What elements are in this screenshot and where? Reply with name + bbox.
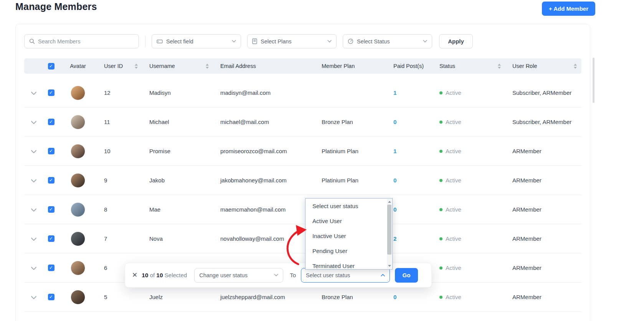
scroll-up-icon[interactable] <box>388 201 391 203</box>
chevron-down-icon[interactable] <box>31 149 36 154</box>
user-role-cell: ARMember <box>505 265 581 271</box>
apply-button[interactable]: Apply <box>439 34 473 48</box>
row-checkbox[interactable]: ✓ <box>48 148 54 154</box>
chevron-down-icon[interactable] <box>31 91 36 95</box>
email-cell: promiseorozco@mail.com <box>213 148 315 154</box>
username-cell: Promise <box>142 148 213 154</box>
row-checkbox[interactable]: ✓ <box>48 294 54 300</box>
user-role-cell: Subscriber, ARMember <box>505 119 581 125</box>
row-checkbox[interactable]: ✓ <box>48 119 54 125</box>
row-checkbox[interactable]: ✓ <box>48 235 54 242</box>
chevron-down-icon[interactable] <box>31 237 36 241</box>
avatar <box>71 202 85 217</box>
paid-posts-link[interactable]: 0 <box>386 206 433 213</box>
bulk-status-select[interactable]: Select user status <box>301 268 390 283</box>
add-member-button[interactable]: + Add Member <box>542 2 595 16</box>
paid-posts-link[interactable]: 0 <box>386 119 433 125</box>
selected-count: 10 <box>142 272 148 278</box>
search-icon <box>29 38 35 44</box>
active-dot-icon <box>439 91 443 94</box>
status-text: Active <box>446 89 461 96</box>
chevron-down-icon[interactable] <box>31 207 36 212</box>
dropdown-scrollbar[interactable] <box>387 199 392 269</box>
user-role-cell: Subscriber, ARMember <box>505 89 581 96</box>
header-user-role: User Role <box>505 58 581 74</box>
chevron-down-icon[interactable] <box>31 295 36 299</box>
bulk-status-label: Select user status <box>306 272 381 278</box>
select-all-checkbox[interactable]: ✓ <box>48 63 54 69</box>
row-checkbox[interactable]: ✓ <box>48 206 54 213</box>
avatar <box>71 290 85 304</box>
user-id-cell: 12 <box>97 89 142 96</box>
bulk-action-select[interactable]: Change user status <box>194 268 283 283</box>
option-label: Active User <box>312 218 342 224</box>
status-text: Active <box>446 265 461 271</box>
select-status-dropdown[interactable]: Select Status <box>343 34 432 48</box>
status-cell: Active <box>433 235 505 242</box>
scrollbar-thumb[interactable] <box>387 205 391 255</box>
active-dot-icon <box>439 179 443 182</box>
option-label: Select user status <box>312 203 358 209</box>
row-checkbox[interactable]: ✓ <box>48 265 54 271</box>
user-role-cell: ARMember <box>505 294 581 300</box>
status-cell: Active <box>433 177 505 184</box>
dropdown-option[interactable]: Active User <box>305 213 387 228</box>
active-dot-icon <box>439 121 443 124</box>
search-box[interactable] <box>24 34 139 48</box>
page-title: Manage Members <box>15 1 97 12</box>
dropdown-option[interactable]: Terminated User <box>305 258 387 270</box>
avatar <box>71 144 85 159</box>
close-icon[interactable]: ✕ <box>132 271 137 279</box>
avatar <box>71 232 85 246</box>
dropdown-option[interactable]: Inactive User <box>305 228 387 243</box>
chevron-down-icon[interactable] <box>31 178 36 183</box>
scroll-down-icon[interactable] <box>388 265 391 267</box>
filters-divider <box>145 36 145 47</box>
table-row: ✓ 10 Promise promiseorozco@mail.com Plat… <box>24 137 581 166</box>
sort-icon[interactable] <box>135 64 138 69</box>
chevron-down-icon[interactable] <box>31 120 36 124</box>
row-checkbox[interactable]: ✓ <box>48 89 54 96</box>
option-label: Pending User <box>312 248 347 254</box>
sort-icon[interactable] <box>206 64 209 69</box>
selected-label: Selected <box>165 272 187 278</box>
table-scrollbar[interactable] <box>593 58 594 103</box>
to-label: To <box>290 272 296 278</box>
chevron-down-icon[interactable] <box>31 266 36 270</box>
header-username: Username <box>142 58 213 74</box>
row-checkbox[interactable]: ✓ <box>48 177 54 184</box>
select-field-dropdown[interactable]: Select field <box>152 34 241 48</box>
user-id-cell: 5 <box>97 294 142 300</box>
select-plans-dropdown[interactable]: Select Plans <box>247 34 337 48</box>
search-input[interactable] <box>38 38 134 45</box>
option-label: Terminated User <box>312 263 355 269</box>
dropdown-option[interactable]: Select user status <box>305 199 387 213</box>
header-status: Status <box>433 58 505 74</box>
member-plan-cell: Platinium Plan <box>315 177 386 184</box>
table-row: ✓ 9 Jakob jakobmahoney@mail.com Platiniu… <box>24 166 581 195</box>
active-dot-icon <box>439 266 443 270</box>
paid-posts-link[interactable]: 1 <box>386 148 433 154</box>
status-dropdown-options: Select user status Active User Inactive … <box>305 199 387 270</box>
select-plans-label: Select Plans <box>261 38 324 45</box>
paid-posts-link[interactable]: 2 <box>386 235 433 242</box>
paid-posts-link[interactable]: 1 <box>386 89 433 96</box>
status-dropdown-list: Select user status Active User Inactive … <box>305 198 393 270</box>
table-row: ✓ 7 Nova novaholloway@mail.com 2 Active … <box>24 224 581 253</box>
sort-icon[interactable] <box>574 64 577 69</box>
dropdown-option[interactable]: Pending User <box>305 243 387 258</box>
user-id-cell: 11 <box>97 119 142 125</box>
sort-icon[interactable] <box>498 64 501 69</box>
header-member-plan: Member Plan <box>315 58 386 74</box>
paid-posts-link[interactable]: 0 <box>386 177 433 184</box>
plans-icon <box>252 38 257 44</box>
active-dot-icon <box>439 150 443 153</box>
email-cell: juelzsheppard@mail.com <box>213 294 315 300</box>
active-dot-icon <box>439 208 443 211</box>
avatar <box>71 173 85 188</box>
header-email: Email Address <box>213 58 315 74</box>
chevron-down-icon <box>423 40 427 43</box>
paid-posts-link[interactable]: 0 <box>386 294 433 300</box>
go-button[interactable]: Go <box>395 268 418 283</box>
status-text: Active <box>446 148 461 154</box>
